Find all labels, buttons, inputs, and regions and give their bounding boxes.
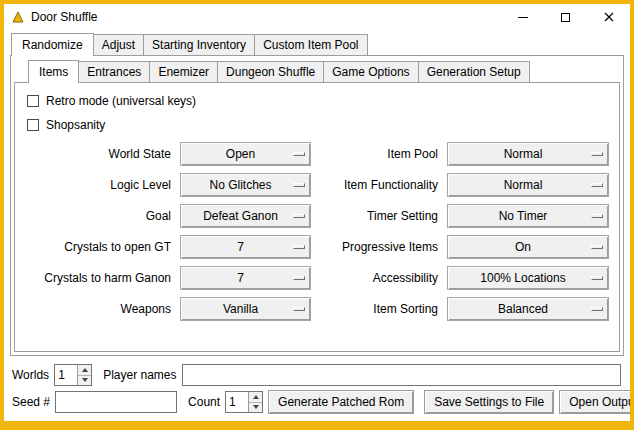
tab-enemizer[interactable]: Enemizer bbox=[149, 61, 218, 82]
world-state-label: World State bbox=[23, 147, 171, 161]
worlds-input[interactable] bbox=[55, 365, 77, 385]
goal-value: Defeat Ganon bbox=[203, 209, 278, 223]
dropdown-indicator-icon bbox=[293, 307, 305, 311]
item-functionality-label: Item Functionality bbox=[320, 178, 438, 192]
weapons-value: Vanilla bbox=[223, 302, 258, 316]
open-output-directory-button[interactable]: Open Output Directory bbox=[559, 390, 634, 414]
shopsanity-checkbox[interactable]: Shopsanity bbox=[27, 118, 611, 132]
item-functionality-dropdown[interactable]: Normal bbox=[447, 173, 609, 197]
progressive-items-dropdown[interactable]: On bbox=[447, 235, 609, 259]
dropdown-indicator-icon bbox=[293, 183, 305, 187]
count-spinbox[interactable] bbox=[225, 391, 263, 413]
timer-setting-dropdown[interactable]: No Timer bbox=[447, 204, 609, 228]
checkbox-icon bbox=[27, 119, 39, 131]
seed-input[interactable] bbox=[55, 391, 177, 413]
accessibility-label: Accessibility bbox=[320, 271, 438, 285]
tab-items[interactable]: Items bbox=[28, 60, 79, 83]
worlds-label: Worlds bbox=[12, 368, 49, 382]
settings-grid: World State Open Item Pool Normal Logic … bbox=[23, 142, 611, 321]
items-pane: Retro mode (universal keys) Shopsanity W… bbox=[14, 82, 620, 352]
dropdown-indicator-icon bbox=[591, 183, 603, 187]
sub-tab-bar: Items Entrances Enemizer Dungeon Shuffle… bbox=[14, 60, 620, 82]
crystals-open-gt-value: 7 bbox=[237, 240, 244, 254]
crystals-harm-ganon-dropdown[interactable]: 7 bbox=[180, 266, 311, 290]
tab-generation-setup[interactable]: Generation Setup bbox=[418, 61, 530, 82]
main-tab-bar: Randomize Adjust Starting Inventory Cust… bbox=[9, 33, 625, 55]
dropdown-indicator-icon bbox=[591, 152, 603, 156]
dropdown-indicator-icon bbox=[293, 245, 305, 249]
item-pool-dropdown[interactable]: Normal bbox=[447, 142, 609, 166]
progressive-items-value: On bbox=[515, 240, 531, 254]
count-spin-buttons bbox=[248, 392, 262, 412]
seed-row: Seed # Count Generate Patched Rom Save S… bbox=[12, 390, 621, 414]
save-settings-button[interactable]: Save Settings to File bbox=[424, 390, 554, 414]
crystals-open-gt-label: Crystals to open GT bbox=[23, 240, 171, 254]
item-pool-label: Item Pool bbox=[320, 147, 438, 161]
worlds-spin-buttons bbox=[77, 365, 91, 385]
tab-custom-item-pool[interactable]: Custom Item Pool bbox=[254, 34, 367, 55]
count-label: Count bbox=[188, 395, 220, 409]
crystals-harm-ganon-value: 7 bbox=[237, 271, 244, 285]
dropdown-indicator-icon bbox=[591, 214, 603, 218]
item-sorting-value: Balanced bbox=[498, 302, 548, 316]
count-input[interactable] bbox=[226, 392, 248, 412]
titlebar: Door Shuffle bbox=[4, 4, 630, 30]
dropdown-indicator-icon bbox=[591, 245, 603, 249]
item-sorting-label: Item Sorting bbox=[320, 302, 438, 316]
weapons-dropdown[interactable]: Vanilla bbox=[180, 297, 311, 321]
window-controls bbox=[501, 4, 630, 30]
tab-entrances[interactable]: Entrances bbox=[78, 61, 150, 82]
tab-adjust[interactable]: Adjust bbox=[93, 34, 144, 55]
item-pool-value: Normal bbox=[504, 147, 543, 161]
logic-level-label: Logic Level bbox=[23, 178, 171, 192]
minimize-button[interactable] bbox=[501, 4, 544, 30]
retro-mode-checkbox[interactable]: Retro mode (universal keys) bbox=[27, 94, 611, 108]
close-button[interactable] bbox=[587, 4, 630, 30]
timer-setting-label: Timer Setting bbox=[320, 209, 438, 223]
accessibility-value: 100% Locations bbox=[480, 271, 565, 285]
logic-level-dropdown[interactable]: No Glitches bbox=[180, 173, 311, 197]
crystals-harm-ganon-label: Crystals to harm Ganon bbox=[23, 271, 171, 285]
app-icon bbox=[11, 10, 25, 24]
checkbox-icon bbox=[27, 95, 39, 107]
generate-patched-rom-button[interactable]: Generate Patched Rom bbox=[268, 390, 414, 414]
dropdown-indicator-icon bbox=[591, 276, 603, 280]
logic-level-value: No Glitches bbox=[209, 178, 271, 192]
crystals-open-gt-dropdown[interactable]: 7 bbox=[180, 235, 311, 259]
dropdown-indicator-icon bbox=[293, 152, 305, 156]
item-functionality-value: Normal bbox=[504, 178, 543, 192]
dropdown-indicator-icon bbox=[293, 214, 305, 218]
progressive-items-label: Progressive Items bbox=[320, 240, 438, 254]
spin-down-icon[interactable] bbox=[78, 376, 91, 386]
spin-down-icon[interactable] bbox=[249, 403, 262, 413]
goal-label: Goal bbox=[23, 209, 171, 223]
maximize-button[interactable] bbox=[544, 4, 587, 30]
tab-game-options[interactable]: Game Options bbox=[323, 61, 418, 82]
bottom-bar: Worlds Player names Seed # Count bbox=[9, 359, 625, 421]
worlds-spinbox[interactable] bbox=[54, 364, 92, 386]
world-state-dropdown[interactable]: Open bbox=[180, 142, 311, 166]
item-sorting-dropdown[interactable]: Balanced bbox=[447, 297, 609, 321]
spin-up-icon[interactable] bbox=[249, 392, 262, 403]
dropdown-indicator-icon bbox=[293, 276, 305, 280]
window-title: Door Shuffle bbox=[31, 10, 98, 24]
tab-dungeon-shuffle[interactable]: Dungeon Shuffle bbox=[217, 61, 324, 82]
seed-label: Seed # bbox=[12, 395, 50, 409]
goal-dropdown[interactable]: Defeat Ganon bbox=[180, 204, 311, 228]
accessibility-dropdown[interactable]: 100% Locations bbox=[447, 266, 609, 290]
close-icon bbox=[604, 12, 614, 22]
worlds-row: Worlds Player names bbox=[12, 364, 621, 386]
player-names-input[interactable] bbox=[182, 364, 622, 386]
retro-mode-label: Retro mode (universal keys) bbox=[46, 94, 196, 108]
weapons-label: Weapons bbox=[23, 302, 171, 316]
door-shuffle-window: Door Shuffle Randomize Adjust Starting I… bbox=[0, 0, 634, 430]
shopsanity-label: Shopsanity bbox=[46, 118, 105, 132]
randomize-pane: Items Entrances Enemizer Dungeon Shuffle… bbox=[10, 55, 624, 356]
window-body: Randomize Adjust Starting Inventory Cust… bbox=[4, 30, 630, 421]
spin-up-icon[interactable] bbox=[78, 365, 91, 376]
player-names-label: Player names bbox=[103, 368, 176, 382]
tab-randomize[interactable]: Randomize bbox=[11, 33, 94, 56]
maximize-icon bbox=[561, 13, 570, 22]
tab-starting-inventory[interactable]: Starting Inventory bbox=[143, 34, 255, 55]
timer-setting-value: No Timer bbox=[499, 209, 548, 223]
